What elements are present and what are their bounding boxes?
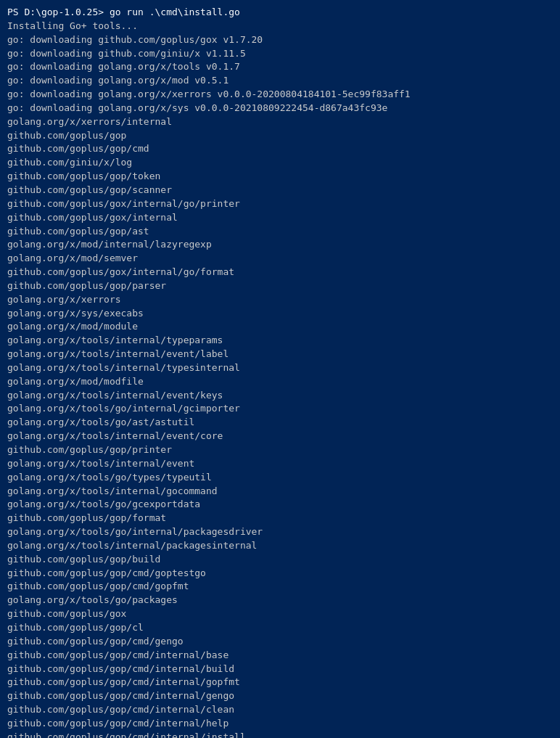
terminal-output: PS D:\gop-1.0.25> go run .\cmd\install.g… [7,6,553,738]
terminal-window: PS D:\gop-1.0.25> go run .\cmd\install.g… [7,6,553,738]
